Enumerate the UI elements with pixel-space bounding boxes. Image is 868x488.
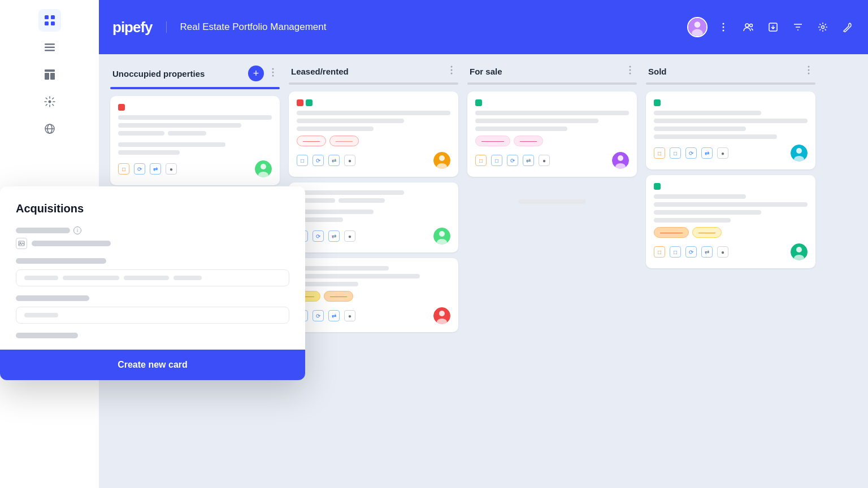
card-action-icon[interactable]: ●: [166, 163, 177, 175]
card-action-icon[interactable]: ●: [539, 155, 550, 166]
card-line: [475, 111, 629, 115]
card-line: [118, 115, 272, 120]
user-avatar[interactable]: [687, 17, 708, 37]
modal-footer[interactable]: Create new card: [0, 350, 305, 380]
placeholder-bit: [63, 276, 119, 280]
column-header-leased: Leased/rented: [289, 66, 458, 77]
filter-icon[interactable]: [789, 18, 807, 36]
card-action-icon[interactable]: ⇄: [328, 155, 340, 166]
form-label-row-1: i: [16, 226, 289, 234]
sidebar-item-list[interactable]: [38, 36, 61, 59]
column-bar-for-sale: [467, 82, 637, 85]
svg-rect-2: [45, 21, 49, 25]
card-action-icon[interactable]: ⇄: [150, 163, 161, 175]
card-tags: [475, 99, 629, 106]
card-line: [654, 194, 746, 199]
card-action-icon[interactable]: ⟳: [685, 246, 697, 258]
column-title-for-sale: For sale: [470, 67, 621, 76]
card-action-icon[interactable]: □: [654, 147, 665, 159]
column-menu-for-sale[interactable]: [626, 66, 635, 77]
card-line: [118, 142, 225, 147]
settings-icon[interactable]: [814, 18, 832, 36]
field-section-label-3: [16, 295, 89, 301]
svg-rect-8: [45, 73, 49, 80]
card-tags: [297, 99, 450, 106]
card-avatar: [255, 160, 272, 177]
card-action-icon[interactable]: ⟳: [507, 155, 518, 166]
card-action-icon[interactable]: ●: [344, 230, 355, 242]
members-icon[interactable]: [739, 18, 757, 36]
image-upload-icon[interactable]: [16, 238, 27, 249]
badge-orange: ————: [654, 227, 689, 238]
svg-point-50: [808, 73, 810, 75]
field-input-2[interactable]: [16, 269, 289, 286]
card-action-icon[interactable]: ⟳: [685, 147, 697, 159]
card-line: [297, 190, 404, 195]
column-header-for-sale: For sale: [467, 66, 637, 77]
sidebar-item-automation[interactable]: [38, 90, 61, 113]
more-options-icon[interactable]: [714, 18, 732, 36]
card-sold-2[interactable]: ———— ——— □ □ ⟳ ⇄ ●: [646, 175, 815, 268]
card-action-icon[interactable]: □: [670, 246, 681, 258]
card-action-icon[interactable]: ⇄: [328, 230, 340, 242]
card-action-icon[interactable]: ⇄: [701, 147, 713, 159]
create-card-button[interactable]: Create new card: [118, 360, 188, 370]
card-forsale-1[interactable]: ———— ——— □ □ ⟳ ⇄ ●: [467, 91, 637, 177]
sidebar-item-grid[interactable]: [38, 9, 61, 32]
card-action-icon[interactable]: ●: [344, 310, 355, 321]
card-icons: □ □ ⟳ ⇄ ●: [654, 147, 728, 159]
column-menu-unoccupied[interactable]: [268, 68, 277, 79]
column-menu-leased[interactable]: [447, 66, 456, 77]
card-action-icon[interactable]: □: [475, 155, 487, 166]
column-add-button-unoccupied[interactable]: +: [248, 66, 264, 81]
card-action-icon[interactable]: ⇄: [328, 310, 340, 321]
card-action-icon[interactable]: □: [670, 147, 681, 159]
card-action-icon[interactable]: ⇄: [523, 155, 534, 166]
badge-pink-outline: ———: [514, 136, 543, 146]
card-leased-2[interactable]: □ ⟳ ⇄ ●: [289, 182, 458, 252]
placeholder-bit: [124, 276, 169, 280]
card-line: [297, 111, 450, 115]
sidebar-item-globe[interactable]: [38, 117, 61, 140]
card-action-icon[interactable]: ●: [344, 155, 355, 166]
card-line: [297, 282, 358, 286]
card-action-icon[interactable]: ●: [717, 147, 728, 159]
card-line: [654, 119, 808, 123]
card-action-icon[interactable]: ⟳: [134, 163, 145, 175]
card-tags: [654, 183, 808, 190]
card-action-icon[interactable]: ⟳: [313, 230, 324, 242]
card-tags: [118, 104, 272, 111]
card-avatar: [791, 243, 808, 260]
column-for-sale: For sale ———— ———: [467, 66, 637, 477]
card-action-icon[interactable]: ●: [717, 246, 728, 258]
card-leased-3[interactable]: —— ——— □ ⟳ ⇄ ●: [289, 258, 458, 332]
sidebar-item-table[interactable]: [38, 63, 61, 86]
svg-point-30: [451, 66, 453, 68]
card-badges: ———— ———: [654, 227, 808, 238]
card-avatar: [433, 152, 450, 169]
card-sold-1[interactable]: □ □ ⟳ ⇄ ●: [646, 91, 815, 169]
card-action-icon[interactable]: □: [297, 155, 308, 166]
import-icon[interactable]: [764, 18, 782, 36]
svg-rect-0: [45, 15, 49, 19]
card-action-icon[interactable]: ⟳: [313, 310, 324, 321]
field-input-3[interactable]: [16, 307, 289, 324]
card-action-icon[interactable]: ⟳: [313, 155, 324, 166]
svg-point-15: [695, 21, 701, 28]
column-header-unoccupied: Unoccupied properties +: [110, 66, 280, 81]
form-field-group-2: [16, 258, 289, 286]
card-action-icon[interactable]: □: [491, 155, 502, 166]
svg-rect-9: [50, 73, 55, 80]
card-leased-1[interactable]: ——— ——— □ ⟳ ⇄ ●: [289, 91, 458, 177]
svg-point-25: [272, 72, 274, 73]
tag-green: [306, 99, 313, 106]
card-action-icon[interactable]: ⇄: [701, 246, 713, 258]
card-action-icon[interactable]: □: [654, 246, 665, 258]
column-menu-sold[interactable]: [804, 66, 813, 77]
wrench-icon[interactable]: [839, 18, 857, 36]
info-icon[interactable]: i: [73, 226, 81, 234]
tag-green: [654, 183, 661, 190]
card-unoccupied-1[interactable]: □ ⟳ ⇄ ●: [110, 96, 280, 185]
svg-point-28: [261, 164, 266, 169]
card-action-icon[interactable]: □: [118, 163, 129, 175]
